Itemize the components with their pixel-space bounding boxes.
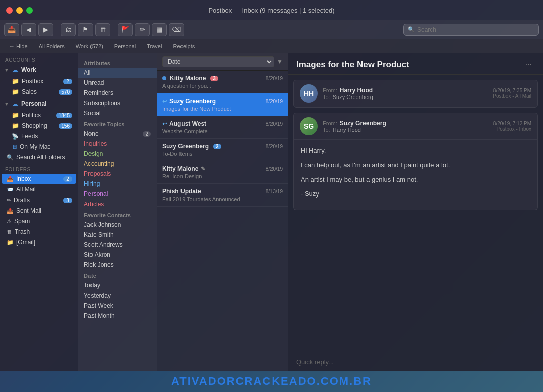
tab-travel[interactable]: Travel: [142, 41, 167, 52]
message-item-2[interactable]: ↩ Suzy Greenberg 8/20/19 Images for the …: [157, 93, 288, 116]
sidebar-item-search-all[interactable]: 🔍 Search All Folders: [2, 152, 76, 162]
inbox-label: Inbox: [16, 175, 61, 182]
msg-preview-5: Re: Icon Design: [162, 173, 283, 179]
msg-sender-1: Kitty Malone 3: [162, 75, 218, 82]
msg-sender-5: Kitty Malone ✎: [162, 165, 205, 172]
tab-receipts[interactable]: Receipts: [168, 41, 200, 52]
message-item-5[interactable]: Kitty Malone ✎ 8/20/19 Re: Icon Design: [157, 161, 288, 184]
main-layout: Accounts ▼ ☁ Work 📁 Postbox 2 📁 Sales 57…: [0, 53, 543, 371]
filter-inquiries[interactable]: Inquiries: [78, 139, 157, 149]
msg-preview-3: Website Complete: [162, 128, 283, 134]
sidebar-item-feeds[interactable]: 📡 Feeds: [2, 131, 76, 141]
filter-personal[interactable]: Personal: [78, 189, 157, 199]
back-button[interactable]: ◀: [21, 23, 36, 36]
folders-section-label: Folders: [0, 163, 78, 173]
filter-unread[interactable]: Unread: [78, 78, 157, 88]
filter-proposals[interactable]: Proposals: [78, 169, 157, 179]
message-list-header: Date ▼: [157, 53, 288, 71]
flag-button[interactable]: ⚑: [78, 23, 93, 36]
postbox-folder-icon: 📁: [12, 78, 19, 85]
body-line-1: Hi Harry,: [301, 146, 530, 156]
filter-social[interactable]: Social: [78, 108, 157, 118]
spam-icon: ⚠: [7, 218, 12, 225]
msg-sender-4: Suzy Greenberg 2: [162, 143, 221, 150]
timestamp-1: 8/20/19, 7:35 PM: [493, 88, 531, 93]
email-2-meta: From: Suzy Greenberg To: Harry Hood: [323, 120, 488, 133]
msg-date-3: 8/20/19: [266, 121, 283, 127]
sidebar-item-postbox[interactable]: 📁 Postbox 2: [2, 76, 76, 86]
close-button[interactable]: [6, 7, 13, 14]
filter-hiring[interactable]: Hiring: [78, 179, 157, 189]
filter-design[interactable]: Design: [78, 149, 157, 159]
detail-header: Images for the New Product ···: [288, 53, 543, 75]
filter-past-month[interactable]: Past Month: [78, 311, 157, 321]
body-line-2: I can help out, as I'm an artist and I p…: [301, 160, 530, 171]
filter-contact-scott[interactable]: Scott Andrews: [78, 240, 157, 250]
eraser-button[interactable]: ⌫: [169, 23, 184, 36]
personal-cloud-icon: ☁: [12, 100, 19, 108]
filter-today[interactable]: Today: [78, 280, 157, 290]
tab-personal[interactable]: Personal: [109, 41, 141, 52]
to-name-1: Suzy Greenberg: [333, 94, 373, 100]
sidebar-item-politics[interactable]: 📁 Politics 1845: [2, 110, 76, 120]
filter-contact-jack[interactable]: Jack Johnson: [78, 220, 157, 230]
search-all-icon: 🔍: [7, 154, 14, 161]
sort-select[interactable]: Date: [162, 56, 274, 67]
msg-preview-2: Images for the New Product: [162, 106, 283, 112]
message-item-4[interactable]: Suzy Greenberg 2 8/20/19 To-Do Items: [157, 139, 288, 161]
sidebar-work-group[interactable]: ▼ ☁ Work: [0, 64, 78, 76]
message-item-1[interactable]: Kitty Malone 3 8/20/19 A question for yo…: [157, 71, 288, 93]
filter-all[interactable]: All: [78, 68, 157, 78]
sidebar-item-sent-mail[interactable]: 📤 Sent Mail: [2, 206, 76, 216]
msg-date-5: 8/20/19: [266, 166, 283, 172]
sidebar-item-sales[interactable]: 📁 Sales 570: [2, 87, 76, 97]
filter-contact-sto[interactable]: Sto Akron: [78, 250, 157, 260]
detail-menu-button[interactable]: ···: [522, 59, 535, 70]
filter-articles[interactable]: Articles: [78, 199, 157, 209]
tab-all-folders[interactable]: All Folders: [34, 41, 70, 52]
quick-reply-bar[interactable]: Quick reply...: [288, 353, 543, 371]
filter-reminders[interactable]: Reminders: [78, 88, 157, 98]
sales-label: Sales: [22, 88, 56, 95]
sidebar-item-drafts[interactable]: ✏ Drafts 3: [2, 195, 76, 205]
get-mail-button[interactable]: 📥: [4, 23, 19, 36]
none-count: 2: [143, 131, 151, 137]
sidebar-item-shopping[interactable]: 📁 Shopping 156: [2, 121, 76, 131]
feeds-label: Feeds: [21, 133, 72, 140]
sent-mail-label: Sent Mail: [16, 207, 72, 214]
sidebar-personal-group[interactable]: ▼ ☁ Personal: [0, 97, 78, 110]
compose-button[interactable]: ✏: [135, 23, 150, 36]
sidebar-item-trash[interactable]: 🗑 Trash: [2, 227, 76, 237]
filter-yesterday[interactable]: Yesterday: [78, 290, 157, 301]
filter-past-week[interactable]: Past Week: [78, 301, 157, 311]
tab-hide[interactable]: ← Hide: [4, 41, 33, 52]
sidebar-item-all-mail[interactable]: 📨 All Mail: [2, 184, 76, 194]
sidebar-item-on-my-mac[interactable]: 🖥 On My Mac: [2, 142, 76, 152]
filter-contact-rick[interactable]: Rick Jones: [78, 260, 157, 270]
message-item-6[interactable]: Phish Update 8/13/19 Fall 2019 Tourdates…: [157, 184, 288, 207]
sidebar-item-inbox[interactable]: 📥 Inbox 2: [2, 174, 76, 184]
filter-none[interactable]: None 2: [78, 129, 157, 139]
all-mail-icon: 📨: [7, 186, 14, 193]
filter-subscriptions[interactable]: Subscriptions: [78, 98, 157, 108]
minimize-button[interactable]: [16, 7, 23, 14]
window-title: Postbox — Inbox (9 messages | 1 selected…: [208, 7, 334, 14]
maximize-button[interactable]: [26, 7, 33, 14]
sidebar-item-spam[interactable]: ⚠ Spam: [2, 216, 76, 226]
search-input[interactable]: [417, 26, 534, 33]
msg-badge-4: 2: [213, 144, 221, 149]
archive-button[interactable]: 🗂: [61, 23, 76, 36]
unread-dot-1: [162, 76, 166, 80]
message-item-3[interactable]: ↩ August West 8/20/19 Website Complete: [157, 116, 288, 139]
delete-button[interactable]: 🗑: [95, 23, 110, 36]
filter-contact-kate[interactable]: Kate Smith: [78, 230, 157, 240]
message-list: Date ▼ Kitty Malone 3 8/20/19 A question…: [157, 53, 288, 371]
inbox-count: 2: [63, 176, 72, 182]
filter-accounting[interactable]: Accounting: [78, 159, 157, 169]
filter-view-button[interactable]: ▦: [152, 23, 167, 36]
sidebar-item-gmail[interactable]: 📁 [Gmail]: [2, 237, 76, 247]
tab-work[interactable]: Work (572): [71, 41, 108, 52]
trash-label: Trash: [15, 228, 72, 235]
tag-button[interactable]: 🚩: [118, 23, 133, 36]
forward-button[interactable]: ▶: [38, 23, 53, 36]
